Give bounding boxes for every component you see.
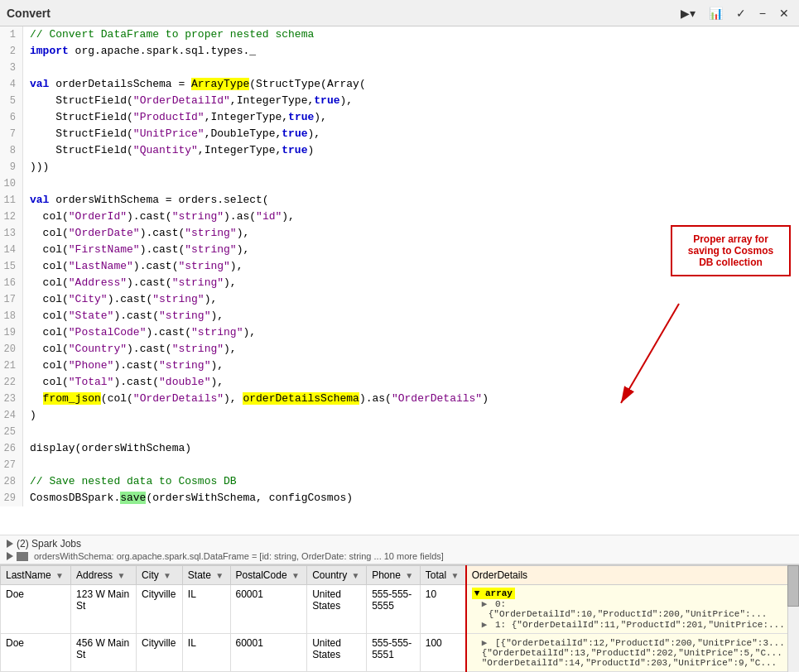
orderdetails-tree-item-1: ▶ 0: xyxy=(472,598,793,609)
code-line-9: 9 ))) xyxy=(0,159,799,175)
orderdetails-tree-item-2: ▶ 1: {"OrderDetailId":11,"ProductId":201… xyxy=(472,619,793,630)
col-header-city[interactable]: City ▼ xyxy=(137,566,183,585)
cell-total-1: 10 xyxy=(420,585,465,634)
code-editor: 1 // Convert DataFrame to proper nested … xyxy=(0,26,799,535)
annotation-box: Proper array for saving to Cosmos DB col… xyxy=(671,225,791,276)
orderdetails-row2-item-2: {"OrderDetailId":13,"ProductId":202,"Uni… xyxy=(472,648,793,658)
code-line-2: 2 import org.apache.spark.sql.types._ xyxy=(0,43,799,60)
code-line-10: 10 xyxy=(0,175,799,192)
code-line-12: 12 col("OrderId").cast("string").as("id"… xyxy=(0,209,799,225)
schema-expand-icon[interactable] xyxy=(7,552,13,560)
jobs-line-1: (2) Spark Jobs xyxy=(7,537,792,550)
col-header-lastname[interactable]: LastName ▼ xyxy=(1,566,71,585)
code-line-7: 7 StructField("UnitPrice",DoubleType,tru… xyxy=(0,126,799,142)
code-line-26: 26 display(ordersWithSchema) xyxy=(0,440,799,457)
code-line-5: 5 StructField("OrderDetailId",IntegerTyp… xyxy=(0,93,799,109)
cell-phone-2: 555-555-5551 xyxy=(367,634,421,672)
code-line-11: 11 val ordersWithSchema = orders.select( xyxy=(0,192,799,209)
toolbar-title: Convert xyxy=(7,7,51,20)
orderdetails-row2-item-1: ▶ [{"OrderDetailId":12,"ProductId":200,"… xyxy=(472,637,793,648)
jobs-text: (2) Spark Jobs xyxy=(17,538,81,550)
cell-state-2: IL xyxy=(182,634,230,672)
close-button[interactable]: ✕ xyxy=(776,5,792,22)
table-row: Doe 123 W MainSt Cityville IL 60001 Unit… xyxy=(1,585,799,634)
cell-country-2: UnitedStates xyxy=(307,634,367,672)
cell-orderdetails-2: ▶ [{"OrderDetailId":12,"ProductId":200,"… xyxy=(466,634,799,672)
col-header-postalcode[interactable]: PostalCode ▼ xyxy=(230,566,307,585)
code-line-20: 20 col("Country").cast("string"), xyxy=(0,341,799,358)
code-line-24: 24 ) xyxy=(0,407,799,424)
code-line-19: 19 col("PostalCode").cast("string"), xyxy=(0,324,799,341)
cell-address-1: 123 W MainSt xyxy=(71,585,137,634)
check-button[interactable]: ✓ xyxy=(733,5,749,22)
jobs-bar: (2) Spark Jobs ordersWithSchema: org.apa… xyxy=(0,535,799,564)
col-header-address[interactable]: Address ▼ xyxy=(71,566,137,585)
cell-postalcode-2: 60001 xyxy=(230,634,307,672)
cell-lastname-2: Doe xyxy=(1,634,71,672)
code-line-21: 21 col("Phone").cast("string"), xyxy=(0,358,799,374)
code-line-23: 23 from_json(col("OrderDetails"), orderD… xyxy=(0,391,799,407)
schema-line: ordersWithSchema: org.apache.spark.sql.D… xyxy=(7,550,792,562)
cell-postalcode-1: 60001 xyxy=(230,585,307,634)
col-header-country[interactable]: Country ▼ xyxy=(307,566,367,585)
table-header-row: LastName ▼ Address ▼ City ▼ State ▼ Post… xyxy=(1,566,799,585)
cell-city-1: Cityville xyxy=(137,585,183,634)
table-row: Doe 456 W MainSt Cityville IL 60001 Unit… xyxy=(1,634,799,672)
cell-address-2: 456 W MainSt xyxy=(71,634,137,672)
code-line-3: 3 xyxy=(0,60,799,76)
run-button[interactable]: ▶▾ xyxy=(677,5,699,22)
code-line-6: 6 StructField("ProductId",IntegerType,tr… xyxy=(0,109,799,126)
schema-text: ordersWithSchema: org.apache.spark.sql.D… xyxy=(34,551,444,561)
toolbar: Convert ▶▾ 📊 ✓ − ✕ xyxy=(0,0,799,26)
code-line-1: 1 // Convert DataFrame to proper nested … xyxy=(0,26,799,43)
cell-city-2: Cityville xyxy=(137,634,183,672)
toolbar-left: Convert xyxy=(7,7,51,20)
vertical-scrollbar[interactable] xyxy=(787,565,799,672)
code-line-18: 18 col("State").cast("string"), xyxy=(0,308,799,324)
col-header-orderdetails[interactable]: OrderDetails xyxy=(466,566,799,585)
cell-total-2: 100 xyxy=(420,634,465,672)
cell-orderdetails-1: ▼ array ▶ 0: {"OrderDetailId":10,"Produc… xyxy=(466,585,799,634)
code-line-8: 8 StructField("Quantity",IntegerType,tru… xyxy=(0,142,799,159)
col-header-total[interactable]: Total ▼ xyxy=(420,566,465,585)
jobs-expand-icon[interactable] xyxy=(7,540,13,548)
code-line-16: 16 col("Address").cast("string"), xyxy=(0,275,799,291)
results-table: LastName ▼ Address ▼ City ▼ State ▼ Post… xyxy=(0,565,799,672)
code-line-4: 4 val orderDetailsSchema = ArrayType(Str… xyxy=(0,76,799,93)
app-container: Convert ▶▾ 📊 ✓ − ✕ 1 // Convert DataFram… xyxy=(0,0,799,672)
code-line-25: 25 xyxy=(0,424,799,440)
col-header-state[interactable]: State ▼ xyxy=(182,566,230,585)
code-line-28: 28 // Save nested data to Cosmos DB xyxy=(0,473,799,490)
cell-state-1: IL xyxy=(182,585,230,634)
chart-button[interactable]: 📊 xyxy=(705,5,726,22)
cell-lastname-1: Doe xyxy=(1,585,71,634)
minimize-button[interactable]: − xyxy=(756,5,769,22)
scroll-thumb[interactable] xyxy=(787,565,799,607)
cell-country-1: UnitedStates xyxy=(307,585,367,634)
orderdetails-row2-item-3: "OrderDetailId":14,"ProductId":203,"Unit… xyxy=(472,658,793,668)
schema-icon xyxy=(17,552,28,561)
code-line-22: 22 col("Total").cast("double"), xyxy=(0,374,799,391)
code-line-29: 29 CosmosDBSpark.save(ordersWithSchema, … xyxy=(0,490,799,506)
toolbar-right: ▶▾ 📊 ✓ − ✕ xyxy=(677,5,792,22)
data-table-wrapper: LastName ▼ Address ▼ City ▼ State ▼ Post… xyxy=(0,564,799,672)
cell-phone-1: 555-555-5555 xyxy=(367,585,421,634)
orderdetails-tree-value-1: {"OrderDetailId":10,"ProductId":200,"Uni… xyxy=(472,609,793,619)
code-line-27: 27 xyxy=(0,457,799,473)
code-line-17: 17 col("City").cast("string"), xyxy=(0,291,799,308)
col-header-phone[interactable]: Phone ▼ xyxy=(367,566,421,585)
